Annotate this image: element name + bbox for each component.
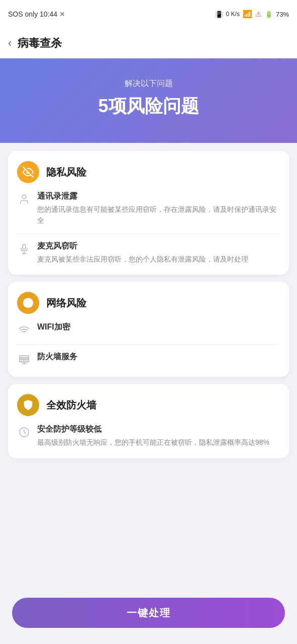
- full-firewall-card: 全效防火墙 安全防护等级较低 最高级别防火墙无响应，您的手机可能正在被窃听，隐私…: [8, 384, 289, 458]
- globe-icon: [23, 297, 34, 308]
- contact-desc: 您的通讯录信息有可能被某些应用窃听，存在泄露风险，请及时保护通讯录安全: [37, 204, 280, 226]
- hero-banner: 解决以下问题 5项风险问题: [0, 58, 297, 143]
- card-header-firewall: 全效防火墙: [17, 394, 280, 416]
- vibrate-icon: 📳: [215, 11, 223, 18]
- network-card-title: 网络风险: [46, 296, 86, 310]
- alert-icon: ⚠: [255, 10, 262, 18]
- content-area: 隐私风险 通讯录泄露 您的通讯录信息有可能被某些应用窃听，存在泄露风险，请及时保…: [0, 143, 297, 529]
- risk-item-mic: 麦克风窃听 麦克风被某些非法应用窃听，您的个人隐私有泄露风险，请及时处理: [17, 241, 280, 265]
- hero-subtitle: 解决以下问题: [10, 78, 287, 89]
- status-bar: SOS only 10:44 ✕ 📳 0 K/s 📶 ⚠ 🔋 73%: [0, 0, 297, 28]
- risk-item-contact: 通讯录泄露 您的通讯录信息有可能被某些应用窃听，存在泄露风险，请及时保护通讯录安…: [17, 191, 280, 226]
- bottom-action-bar: 一键处理: [0, 590, 297, 644]
- privacy-card-title: 隐私风险: [46, 166, 86, 179]
- battery-icon: 🔋: [265, 11, 273, 18]
- mic-icon: [17, 242, 31, 256]
- mic-title: 麦克风窃听: [37, 241, 248, 252]
- contact-title: 通讯录泄露: [37, 191, 280, 202]
- mic-desc: 麦克风被某些非法应用窃听，您的个人隐私有泄露风险，请及时处理: [37, 254, 248, 265]
- wifi-icon: 📶: [243, 10, 252, 19]
- low-protection-content: 安全防护等级较低 最高级别防火墙无响应，您的手机可能正在被窃听，隐私泄露概率高达…: [37, 424, 269, 448]
- firewall-network-icon: [17, 353, 31, 367]
- wifi-content: WIFI加密: [37, 322, 70, 335]
- privacy-icon: [17, 161, 39, 183]
- low-protection-title: 安全防护等级较低: [37, 424, 269, 435]
- firewall-icon: [17, 394, 39, 416]
- card-header-privacy: 隐私风险: [17, 161, 280, 183]
- risk-item-firewall-network: 防火墙服务: [17, 352, 280, 367]
- card-header-network: 网络风险: [17, 292, 280, 314]
- shield-icon: [23, 399, 34, 411]
- divider-1: [17, 233, 280, 234]
- hero-title: 5项风险问题: [10, 94, 287, 119]
- x-icon: ✕: [59, 10, 65, 18]
- svg-rect-2: [20, 356, 29, 362]
- network-speed: 0 K/s: [226, 11, 240, 18]
- low-protection-desc: 最高级别防火墙无响应，您的手机可能正在被窃听，隐私泄露概率高达98%: [37, 437, 269, 448]
- status-right: 📳 0 K/s 📶 ⚠ 🔋 73%: [215, 10, 289, 19]
- sos-signal: SOS only 10:44: [8, 10, 57, 18]
- one-click-process-button[interactable]: 一键处理: [12, 598, 285, 628]
- divider-2: [17, 344, 280, 345]
- risk-item-wifi: WIFI加密: [17, 322, 280, 337]
- contact-icon: [17, 192, 31, 206]
- svg-rect-0: [23, 245, 26, 250]
- status-left: SOS only 10:44 ✕: [8, 10, 65, 18]
- risk-item-low-protection: 安全防护等级较低 最高级别防火墙无响应，您的手机可能正在被窃听，隐私泄露概率高达…: [17, 424, 280, 448]
- wifi-item-icon: [17, 323, 31, 337]
- network-icon: [17, 292, 39, 314]
- privacy-risk-card: 隐私风险 通讯录泄露 您的通讯录信息有可能被某些应用窃听，存在泄露风险，请及时保…: [8, 151, 289, 275]
- app-header: ‹ 病毒查杀: [0, 28, 297, 58]
- network-risk-card: 网络风险 WIFI加密: [8, 282, 289, 377]
- eye-slash-icon: [23, 167, 34, 178]
- contact-content: 通讯录泄露 您的通讯录信息有可能被某些应用窃听，存在泄露风险，请及时保护通讯录安…: [37, 191, 280, 226]
- wifi-title: WIFI加密: [37, 322, 70, 333]
- firewall-network-content: 防火墙服务: [37, 352, 77, 364]
- firewall-card-title: 全效防火墙: [46, 398, 96, 412]
- mic-content: 麦克风窃听 麦克风被某些非法应用窃听，您的个人隐私有泄露风险，请及时处理: [37, 241, 248, 265]
- firewall-network-title: 防火墙服务: [37, 352, 77, 362]
- clock-shield-icon: [17, 425, 31, 439]
- page-title: 病毒查杀: [18, 36, 62, 51]
- battery-percent: 73%: [276, 11, 289, 18]
- back-button[interactable]: ‹: [8, 38, 12, 49]
